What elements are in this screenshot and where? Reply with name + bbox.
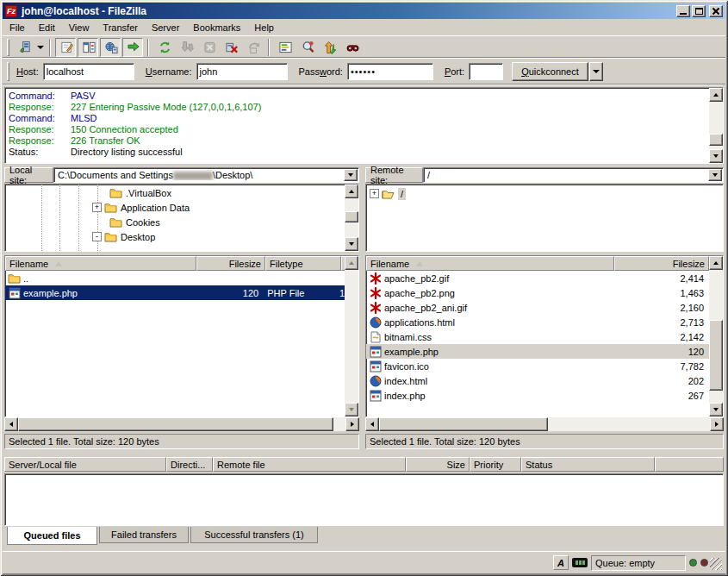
column-header-filename[interactable]: Filename bbox=[366, 256, 614, 271]
file-row[interactable]: applications.html 2,713 bbox=[366, 315, 709, 329]
password-input[interactable]: •••••• bbox=[347, 63, 433, 80]
toggle-remote-tree-button[interactable] bbox=[100, 38, 121, 57]
toggle-message-log-button[interactable] bbox=[55, 38, 76, 57]
speedlimits-indicator-icon[interactable] bbox=[572, 558, 588, 567]
collapse-icon[interactable]: - bbox=[92, 232, 102, 241]
menu-bookmarks[interactable]: Bookmarks bbox=[186, 21, 247, 34]
remote-list-scrollbar-thumb[interactable] bbox=[709, 320, 723, 391]
local-list-hscrollbar-thumb[interactable] bbox=[18, 417, 333, 431]
local-tree-scroll-down-button[interactable] bbox=[345, 237, 358, 251]
column-header-status[interactable]: Status bbox=[521, 457, 655, 472]
find-files-button[interactable] bbox=[341, 38, 362, 57]
expand-icon[interactable]: + bbox=[370, 189, 379, 198]
menu-edit[interactable]: Edit bbox=[32, 21, 62, 34]
local-list-hscrollbar[interactable] bbox=[4, 417, 359, 431]
tab-failed-transfers[interactable]: Failed transfers bbox=[99, 527, 189, 543]
file-row-selected[interactable]: example.php 120 bbox=[366, 344, 709, 359]
tree-item-cookies[interactable]: Cookies bbox=[107, 215, 160, 229]
port-input[interactable] bbox=[469, 63, 503, 80]
menu-file[interactable]: File bbox=[3, 21, 32, 34]
column-header-server-local-file[interactable]: Server/Local file bbox=[4, 457, 166, 472]
disconnect-icon bbox=[226, 41, 239, 53]
local-list-scroll-right-button[interactable] bbox=[345, 417, 359, 431]
minimize-button[interactable] bbox=[676, 5, 690, 17]
remote-list-scroll-up-button[interactable] bbox=[709, 256, 723, 270]
cancel-icon bbox=[203, 41, 216, 53]
local-tree-scrollbar-thumb[interactable] bbox=[345, 211, 358, 222]
tree-item-virtualbox[interactable]: .VirtualBox bbox=[107, 185, 171, 200]
file-row[interactable]: apache_pb2.gif 2,414 bbox=[366, 271, 709, 285]
title-bar[interactable]: Fz john@localhost - FileZilla bbox=[3, 3, 725, 19]
remote-list-scroll-left-button[interactable] bbox=[365, 417, 379, 431]
tab-successful-transfers[interactable]: Successful transfers (1) bbox=[190, 527, 318, 543]
file-row[interactable]: apache_pb2.png 1,463 bbox=[366, 285, 709, 300]
quickconnect-grip[interactable] bbox=[7, 62, 9, 81]
tree-item-application-data[interactable]: + Application Data bbox=[92, 200, 190, 215]
column-header-filename[interactable]: Filename bbox=[5, 256, 196, 271]
menu-help[interactable]: Help bbox=[247, 21, 281, 34]
file-row[interactable]: bitnami.css 2,142 bbox=[366, 329, 709, 344]
remote-site-combo[interactable]: / bbox=[423, 167, 724, 183]
column-header-filetype[interactable]: Filetype bbox=[265, 256, 341, 271]
remote-site-dropdown-button[interactable] bbox=[708, 169, 722, 181]
site-manager-dropdown-button[interactable] bbox=[35, 38, 46, 57]
menu-server[interactable]: Server bbox=[145, 21, 186, 34]
column-header-size[interactable]: Size bbox=[406, 457, 470, 472]
file-row[interactable]: index.html 202 bbox=[366, 373, 709, 388]
toggle-queue-button[interactable] bbox=[122, 38, 143, 57]
recv-led-icon bbox=[689, 559, 697, 567]
remote-list-hscrollbar-thumb[interactable] bbox=[379, 417, 548, 431]
quickconnect-button[interactable]: Quickconnect bbox=[512, 62, 588, 81]
close-button[interactable] bbox=[709, 5, 723, 17]
site-manager-button[interactable] bbox=[14, 38, 34, 57]
log-scroll-down-button[interactable] bbox=[709, 149, 723, 163]
maximize-button[interactable] bbox=[692, 5, 706, 17]
synchronized-browsing-button[interactable] bbox=[319, 38, 339, 57]
tab-queued-files[interactable]: Queued files bbox=[7, 527, 97, 545]
toggle-local-tree-button[interactable] bbox=[78, 38, 98, 57]
local-list-scroll-left-button[interactable] bbox=[4, 417, 18, 431]
local-site-combo[interactable]: C:\Documents and Settings\Desktop\ bbox=[53, 167, 359, 183]
reconnect-button[interactable] bbox=[243, 38, 264, 57]
compare-directories-button[interactable] bbox=[296, 38, 317, 57]
toolbar-grip[interactable] bbox=[7, 39, 9, 56]
ascii-data-type-icon[interactable]: A bbox=[553, 555, 569, 570]
menu-view[interactable]: View bbox=[62, 21, 96, 34]
column-header-filesize[interactable]: Filesize bbox=[614, 256, 709, 271]
menu-transfer[interactable]: Transfer bbox=[96, 21, 145, 34]
local-site-dropdown-button[interactable] bbox=[344, 169, 358, 181]
queue-list[interactable] bbox=[4, 473, 724, 526]
file-row[interactable]: apache_pb2_ani.gif 2,160 bbox=[366, 300, 709, 315]
resize-grip[interactable] bbox=[710, 558, 722, 570]
filezilla-window: Fz john@localhost - FileZilla File Edit … bbox=[0, 0, 728, 576]
filter-button[interactable] bbox=[274, 38, 295, 57]
expand-icon[interactable]: + bbox=[92, 203, 102, 212]
disconnect-button[interactable] bbox=[221, 38, 241, 57]
local-list-scroll-down-button[interactable] bbox=[345, 403, 358, 416]
cancel-button[interactable] bbox=[198, 38, 219, 57]
log-scrollbar-thumb[interactable] bbox=[709, 134, 723, 146]
tree-item-root[interactable]: + / bbox=[370, 186, 406, 201]
file-row-example-php[interactable]: example.php 120 PHP File 1 bbox=[5, 285, 345, 300]
log-scroll-up-button[interactable] bbox=[709, 88, 723, 102]
local-list-scroll-up-button[interactable] bbox=[345, 256, 358, 270]
refresh-button[interactable] bbox=[153, 38, 174, 57]
host-input[interactable]: localhost bbox=[43, 63, 134, 80]
username-input[interactable]: john bbox=[196, 63, 288, 80]
file-row-parent-dir[interactable]: .. bbox=[5, 271, 345, 285]
remote-list-scroll-right-button[interactable] bbox=[710, 417, 724, 431]
pane-splitter[interactable] bbox=[359, 167, 365, 450]
local-list-scrollbar-track[interactable] bbox=[345, 270, 358, 403]
file-row[interactable]: favicon.ico 7,782 bbox=[366, 359, 709, 373]
quickconnect-dropdown-button[interactable] bbox=[589, 62, 603, 81]
remote-list-hscrollbar[interactable] bbox=[365, 417, 724, 431]
file-row[interactable]: index.php 267 bbox=[366, 388, 709, 403]
tree-item-desktop[interactable]: - Desktop bbox=[92, 229, 155, 244]
column-header-filesize[interactable]: Filesize bbox=[196, 256, 265, 271]
process-queue-button[interactable] bbox=[176, 38, 196, 57]
column-header-remote-file[interactable]: Remote file bbox=[213, 457, 406, 472]
remote-list-scroll-down-button[interactable] bbox=[709, 403, 723, 416]
column-header-priority[interactable]: Priority bbox=[470, 457, 521, 472]
column-header-direction[interactable]: Directi... bbox=[166, 457, 213, 472]
local-tree-scroll-up-button[interactable] bbox=[345, 185, 358, 198]
